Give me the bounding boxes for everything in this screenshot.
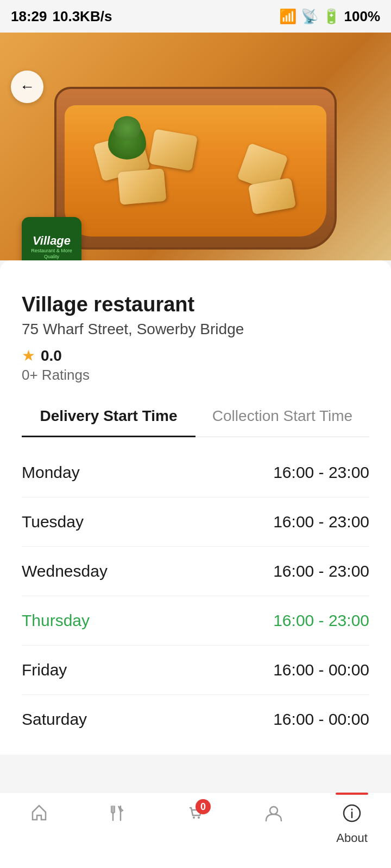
- rating-score: 0.0: [41, 347, 62, 365]
- nav-menu[interactable]: [78, 801, 156, 828]
- battery-icon: 🔋: [323, 8, 340, 25]
- battery-percent: 100%: [344, 8, 381, 25]
- schedule-row: Wednesday16:00 - 23:00: [22, 547, 369, 596]
- home-icon: [29, 803, 49, 828]
- about-label: About: [336, 831, 368, 845]
- wifi-icon: 📡: [301, 8, 318, 25]
- logo-text: Village: [33, 234, 71, 248]
- fork-knife-icon: [108, 803, 127, 828]
- schedule-row: Saturday16:00 - 00:00: [22, 695, 369, 744]
- restaurant-logo: Village Restaurant & More Quality: [22, 217, 81, 260]
- tab-collection[interactable]: Collection Start Time: [195, 397, 369, 437]
- nav-about[interactable]: About: [313, 801, 391, 845]
- bottom-nav: 0 About: [0, 792, 391, 868]
- tab-delivery[interactable]: Delivery Start Time: [22, 397, 195, 437]
- back-button[interactable]: ←: [11, 71, 43, 103]
- logo-subtext: Restaurant & More Quality: [22, 248, 81, 260]
- time-range: 16:00 - 23:00: [273, 463, 369, 482]
- svg-point-9: [351, 809, 353, 810]
- garnish: [108, 122, 146, 159]
- nav-account[interactable]: [235, 801, 313, 828]
- account-icon: [264, 803, 283, 828]
- time-range: 16:00 - 00:00: [273, 661, 369, 679]
- cart-icon: 0: [186, 803, 205, 828]
- day-name: Friday: [22, 661, 67, 679]
- nav-cart[interactable]: 0: [156, 801, 235, 828]
- tabs-container: Delivery Start Time Collection Start Tim…: [22, 397, 369, 437]
- restaurant-address: 75 Wharf Street, Sowerby Bridge: [22, 321, 369, 338]
- rating-row: ★ 0.0: [22, 347, 369, 365]
- svg-point-6: [270, 807, 278, 814]
- schedule-row: Monday16:00 - 23:00: [22, 448, 369, 497]
- ratings-count: 0+ Ratings: [22, 367, 369, 384]
- star-icon: ★: [22, 347, 35, 365]
- day-name: Monday: [22, 463, 80, 482]
- day-name: Saturday: [22, 710, 87, 729]
- status-network: 10.3KB/s: [53, 8, 112, 25]
- time-range: 16:00 - 00:00: [273, 710, 369, 729]
- time-range: 16:00 - 23:00: [273, 611, 369, 630]
- time-range: 16:00 - 23:00: [273, 513, 369, 531]
- time-range: 16:00 - 23:00: [273, 562, 369, 580]
- signal-icon: 📶: [279, 8, 297, 25]
- active-indicator: [336, 793, 368, 795]
- schedule-list: Monday16:00 - 23:00Tuesday16:00 - 23:00W…: [22, 448, 369, 744]
- schedule-row: Friday16:00 - 00:00: [22, 646, 369, 695]
- food-piece: [118, 168, 167, 205]
- schedule-row: Thursday16:00 - 23:00: [22, 596, 369, 646]
- day-name: Thursday: [22, 611, 90, 630]
- svg-point-5: [198, 816, 200, 819]
- status-bar: 18:29 10.3KB/s 📶 📡 🔋 100%: [0, 0, 391, 33]
- restaurant-name: Village restaurant: [22, 293, 369, 316]
- status-time: 18:29: [11, 8, 47, 25]
- day-name: Tuesday: [22, 513, 84, 531]
- day-name: Wednesday: [22, 562, 108, 580]
- cart-badge: 0: [195, 799, 211, 814]
- content-card: Village restaurant 75 Wharf Street, Sowe…: [0, 260, 391, 755]
- svg-point-4: [193, 816, 195, 819]
- hero-image: ← Village Restaurant & More Quality: [0, 33, 391, 260]
- info-icon: [342, 803, 362, 828]
- food-piece: [149, 129, 198, 171]
- nav-home[interactable]: [0, 801, 78, 828]
- schedule-row: Tuesday16:00 - 23:00: [22, 497, 369, 547]
